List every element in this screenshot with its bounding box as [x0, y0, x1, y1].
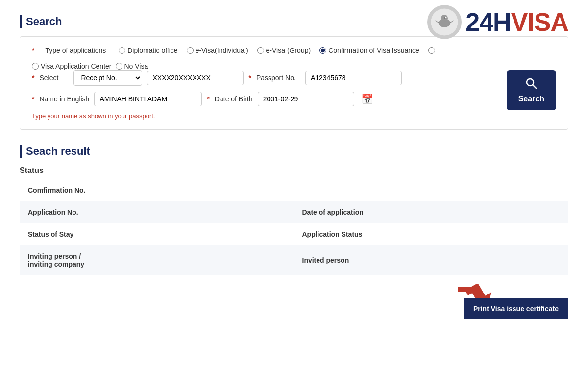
- results-section-title: Seach result: [20, 145, 568, 158]
- radio-evisa-group-label: e-Visa (Group): [266, 47, 311, 54]
- search-icon: [525, 77, 538, 93]
- radio-confirmation-input[interactable]: [319, 47, 326, 54]
- radio-no-visa[interactable]: No Visa: [116, 62, 148, 70]
- search-button-label: Search: [518, 95, 544, 103]
- table-row: Comfirmation No.: [20, 179, 568, 201]
- logo-circle-icon: [427, 5, 462, 39]
- radio-unknown[interactable]: [428, 47, 437, 54]
- print-visa-button[interactable]: Print Visa issue certificate: [464, 298, 568, 319]
- passport-input[interactable]: [305, 71, 402, 85]
- application-type-row: * Type of applications Diplomatic office…: [32, 47, 556, 54]
- radio-evisa-individual-input[interactable]: [187, 47, 194, 54]
- calendar-icon-button[interactable]: 📅: [359, 92, 375, 106]
- svg-point-4: [445, 17, 447, 18]
- radio-diplomatic-input[interactable]: [119, 47, 125, 54]
- results-title-text: Seach result: [26, 145, 90, 158]
- radio-unknown-input[interactable]: [428, 47, 435, 54]
- name-input[interactable]: [94, 92, 202, 106]
- form-search-row: * Select Receipt No. Application No. Pas…: [32, 70, 556, 120]
- application-no-cell: Application No.: [20, 201, 294, 223]
- svg-line-8: [533, 85, 537, 89]
- select-receipt-row: * Select Receipt No. Application No. Pas…: [32, 70, 502, 86]
- inviting-person-cell: Inviting person /inviting company: [20, 245, 294, 275]
- name-hint: Type your name as shown in your passport…: [32, 112, 502, 120]
- radio-diplomatic[interactable]: Diplomatic office: [119, 47, 177, 54]
- type-of-applications-label: Type of applications: [45, 47, 106, 54]
- required-marker-4: *: [32, 95, 34, 103]
- radio-visa-app-center-label: Visa Application Center: [41, 62, 112, 70]
- radio-evisa-group[interactable]: e-Visa (Group): [257, 47, 311, 54]
- form-fields: * Select Receipt No. Application No. Pas…: [32, 70, 502, 120]
- results-table: Comfirmation No. Application No. Date of…: [20, 179, 568, 275]
- radio-evisa-individual-label: e-Visa(Individual): [196, 47, 248, 54]
- section-title-bar: [20, 15, 22, 28]
- radio-visa-app-center-input[interactable]: [32, 63, 39, 70]
- search-form-box: * Type of applications Diplomatic office…: [20, 36, 568, 130]
- name-dob-row: * Name in English * Date of Birth 📅: [32, 92, 502, 106]
- table-row: Application No. Date of application: [20, 201, 568, 223]
- results-title-bar: [20, 145, 22, 158]
- dob-input[interactable]: [258, 92, 354, 106]
- status-label: Status: [20, 166, 568, 175]
- radio-diplomatic-label: Diplomatic office: [127, 47, 177, 54]
- confirmation-no-cell: Comfirmation No.: [20, 179, 568, 201]
- results-section: Seach result Status Comfirmation No. App…: [20, 145, 568, 319]
- logo: 24HVISA: [427, 5, 568, 39]
- required-marker-1: *: [32, 47, 34, 54]
- required-marker-3: *: [248, 74, 251, 82]
- status-of-stay-cell: Status of Stay: [20, 223, 294, 245]
- radio-no-visa-label: No Visa: [124, 62, 148, 70]
- radio-visa-app-center[interactable]: Visa Application Center: [32, 62, 112, 70]
- application-status-cell: Application Status: [294, 223, 568, 245]
- radio-confirmation-label: Confirmation of Visa Issuance: [328, 47, 419, 54]
- logo-text: 24HVISA: [466, 9, 568, 35]
- search-button[interactable]: Search: [507, 70, 556, 110]
- radio-evisa-individual[interactable]: e-Visa(Individual): [187, 47, 248, 54]
- radio-no-visa-input[interactable]: [116, 63, 122, 70]
- visa-app-center-row: Visa Application Center No Visa: [32, 62, 556, 70]
- name-label: Name in English: [39, 95, 89, 103]
- print-button-container: Print Visa issue certificate: [464, 298, 568, 319]
- table-row: Status of Stay Application Status: [20, 223, 568, 245]
- invited-person-cell: Invited person: [294, 245, 568, 275]
- date-of-application-cell: Date of application: [294, 201, 568, 223]
- radio-evisa-group-input[interactable]: [257, 47, 264, 54]
- table-row: Inviting person /inviting company Invite…: [20, 245, 568, 275]
- select-dropdown[interactable]: Receipt No. Application No. Passport No.: [74, 70, 142, 86]
- receipt-input[interactable]: [147, 71, 244, 85]
- required-marker-2: *: [32, 74, 34, 82]
- select-label: Select: [39, 74, 69, 82]
- required-marker-5: *: [207, 95, 209, 103]
- passport-label: Passport No.: [256, 74, 300, 82]
- bottom-area: Print Visa issue certificate: [20, 280, 568, 319]
- search-title-text: Search: [26, 15, 62, 28]
- dob-label: Date of Birth: [215, 95, 253, 103]
- radio-confirmation[interactable]: Confirmation of Visa Issuance: [319, 47, 419, 54]
